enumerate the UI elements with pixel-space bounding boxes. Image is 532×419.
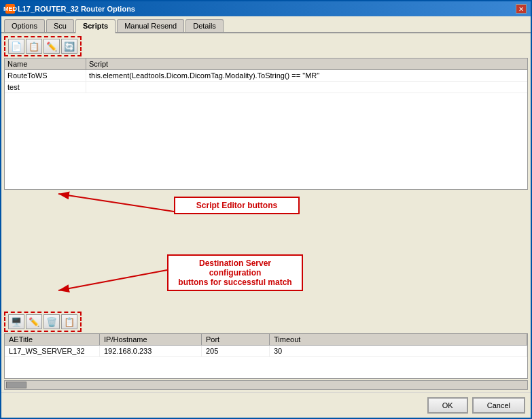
scripts-table-header: Name Script	[4, 58, 528, 69]
main-window: MED L17_ROUTER_32 Router Options ✕ Optio…	[0, 0, 532, 419]
dest-col-ae-header: AETitle	[5, 334, 100, 345]
dest-table-row[interactable]: L17_WS_SERVER_32 192.168.0.233 205 30	[5, 346, 527, 357]
dest-col-timeout-header: Timeout	[270, 334, 527, 345]
dest-col-port-header: Port	[202, 334, 270, 345]
cancel-button[interactable]: Cancel	[472, 397, 525, 414]
table-row[interactable]: test	[5, 82, 527, 93]
scrollbar-thumb[interactable]	[6, 382, 26, 388]
copy-script-button[interactable]: 📋	[26, 39, 42, 54]
new-script-button[interactable]: 📄	[8, 39, 24, 54]
ok-button[interactable]: OK	[427, 397, 468, 414]
dest-table-body[interactable]: L17_WS_SERVER_32 192.168.0.233 205 30	[4, 345, 528, 379]
close-button[interactable]: ✕	[516, 4, 527, 14]
dest-table-header: AETitle IP/Hostname Port Timeout	[4, 333, 528, 345]
window-icon: MED	[5, 4, 15, 14]
tab-manual-resend[interactable]: Manual Resend	[117, 19, 184, 32]
edit-dest-button[interactable]: ✏️	[26, 314, 42, 329]
col-script-header: Script	[86, 58, 527, 69]
tab-scripts[interactable]: Scripts	[75, 19, 116, 33]
tabs-bar: Options Scu Scripts Manual Resend Detail…	[1, 16, 531, 33]
table-row[interactable]: RouteToWS this.element(Leadtools.Dicom.D…	[5, 70, 527, 82]
dest-col-ip-header: IP/Hostname	[100, 334, 202, 345]
dest-cell-ip: 192.168.0.233	[100, 346, 202, 356]
footer: OK Cancel	[1, 392, 531, 418]
svg-line-1	[58, 194, 174, 212]
lower-section: 🖥️ ✏️ 🗑️ 📋 AETitle IP/Hostname Port Time…	[4, 312, 528, 390]
cell-test-script	[86, 82, 527, 93]
properties-dest-button[interactable]: 📋	[61, 314, 77, 329]
window-title: L17_ROUTER_32 Router Options	[18, 5, 135, 13]
tab-options[interactable]: Options	[4, 19, 45, 32]
cell-route-script: this.element(Leadtools.Dicom.DicomTag.Mo…	[86, 70, 527, 81]
horizontal-scrollbar[interactable]	[4, 380, 528, 390]
dest-cell-port: 205	[202, 346, 270, 356]
tab-details[interactable]: Details	[185, 19, 224, 32]
delete-dest-button[interactable]: 🗑️	[43, 314, 60, 329]
scripts-table-body[interactable]: RouteToWS this.element(Leadtools.Dicom.D…	[4, 69, 528, 190]
refresh-script-button[interactable]: 🔄	[61, 39, 77, 54]
dest-server-toolbar: 🖥️ ✏️ 🗑️ 📋	[4, 312, 82, 332]
col-name-header: Name	[5, 58, 86, 69]
cell-test-name: test	[5, 82, 86, 93]
dest-cell-timeout: 30	[270, 346, 527, 356]
diagram-area: Script Editor buttons Destination Server…	[4, 190, 528, 309]
content-area: 📄 📋 ✏️ 🔄 Name Script RouteToWS this.elem…	[1, 33, 531, 392]
script-editor-toolbar: 📄 📋 ✏️ 🔄	[4, 36, 82, 56]
title-bar: MED L17_ROUTER_32 Router Options ✕	[1, 1, 531, 16]
annotation-script-editor: Script Editor buttons	[174, 197, 300, 214]
edit-script-button[interactable]: ✏️	[43, 39, 60, 54]
svg-line-2	[58, 270, 167, 290]
cell-route-name: RouteToWS	[5, 70, 86, 81]
tab-scu[interactable]: Scu	[46, 19, 74, 32]
annotation-dest-server: Destination Server configuration buttons…	[167, 254, 303, 291]
add-dest-button[interactable]: 🖥️	[8, 314, 24, 329]
dest-cell-ae: L17_WS_SERVER_32	[5, 346, 100, 356]
